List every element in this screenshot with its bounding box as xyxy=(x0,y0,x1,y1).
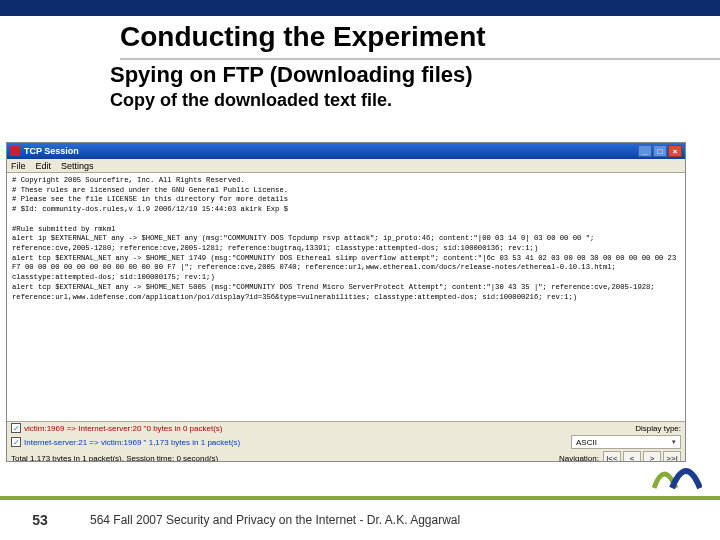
session-text: # Copyright 2005 Sourcefire, Inc. All Ri… xyxy=(7,173,685,421)
logo-icon xyxy=(652,458,702,492)
footer: 53 564 Fall 2007 Security and Privacy on… xyxy=(0,500,720,540)
conn2-label: Internet-server:21 => victim:1969 " 1,17… xyxy=(24,438,240,447)
chevron-down-icon: ▾ xyxy=(672,438,676,446)
footer-text: 564 Fall 2007 Security and Privacy on th… xyxy=(90,513,460,527)
maximize-button[interactable]: □ xyxy=(653,145,667,157)
minimize-button[interactable]: _ xyxy=(638,145,652,157)
menu-file[interactable]: File xyxy=(11,161,26,171)
subtitle-1: Spying on FTP (Downloading files) xyxy=(110,62,720,88)
conn2-checkbox[interactable]: ✓ xyxy=(11,437,21,447)
conn1-checkbox[interactable]: ✓ xyxy=(11,423,21,433)
menu-edit[interactable]: Edit xyxy=(36,161,52,171)
window-titlebar: TCP Session _ □ × xyxy=(7,143,685,159)
slide: Conducting the Experiment Spying on FTP … xyxy=(0,0,720,540)
subtitle-2: Copy of the downloaded text file. xyxy=(110,90,720,111)
nav-prev-button[interactable]: < xyxy=(623,451,641,462)
top-bar xyxy=(0,0,720,16)
tcp-session-window: TCP Session _ □ × File Edit Settings # C… xyxy=(6,142,686,462)
display-type-select[interactable]: ASCII ▾ xyxy=(571,435,681,449)
display-type-label: Display type: xyxy=(635,424,681,433)
conn1-label: victim:1969 => Internet-server:20 "0 byt… xyxy=(24,424,223,433)
slide-number: 53 xyxy=(20,506,60,534)
nav-first-button[interactable]: |<< xyxy=(603,451,621,462)
menu-bar: File Edit Settings xyxy=(7,159,685,173)
window-title: TCP Session xyxy=(24,146,79,156)
menu-settings[interactable]: Settings xyxy=(61,161,94,171)
total-label: Total 1,173 bytes in 1 packet(s). Sessio… xyxy=(11,454,218,463)
bottom-panel: ✓ victim:1969 => Internet-server:20 "0 b… xyxy=(7,422,685,462)
display-type-value: ASCII xyxy=(576,438,597,447)
close-button[interactable]: × xyxy=(668,145,682,157)
app-icon xyxy=(10,146,20,156)
window-buttons: _ □ × xyxy=(638,145,682,157)
slide-title: Conducting the Experiment xyxy=(120,20,720,54)
title-area: Conducting the Experiment xyxy=(0,16,720,62)
subtitle-block: Spying on FTP (Downloading files) Copy o… xyxy=(0,62,720,111)
navigation-label: Navigation: xyxy=(559,454,599,463)
